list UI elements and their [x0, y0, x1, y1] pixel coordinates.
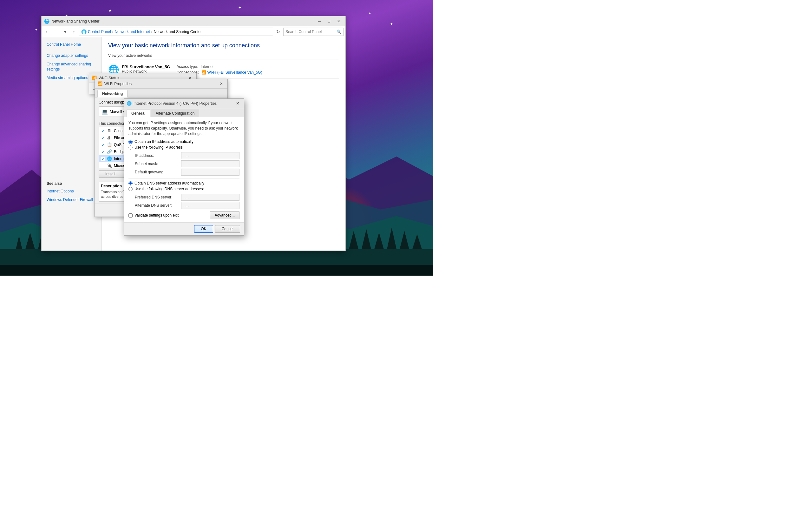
svg-marker-16: [412, 234, 422, 249]
see-also-title: See also: [41, 178, 102, 187]
breadcrumb-control-panel[interactable]: Control Panel: [88, 30, 111, 34]
star: ✦: [368, 11, 371, 16]
install-button[interactable]: Install...: [99, 170, 125, 178]
access-type-value: Internet: [201, 64, 214, 69]
alternate-dns-label: Alternate DNS server:: [135, 202, 179, 209]
auto-ip-row: Obtain an IP address automatically: [128, 139, 239, 144]
manual-ip-label: Use the following IP address:: [135, 145, 184, 150]
back-button[interactable]: ←: [44, 28, 51, 35]
network-name: FBI Surveillance Van_5G: [122, 64, 170, 69]
active-networks-label: View your active networks: [108, 53, 339, 59]
auto-dns-label: Obtain DNS server address automatically: [135, 181, 204, 185]
netadapter-icon: 🔌: [107, 163, 112, 168]
sidebar-item-adapter[interactable]: Change adapter settings: [41, 51, 102, 60]
window-controls: ─ □ ✕: [315, 18, 343, 25]
advanced-button[interactable]: Advanced...: [210, 212, 239, 219]
tab-general[interactable]: General: [126, 110, 150, 117]
minimize-button[interactable]: ─: [315, 18, 324, 25]
sidebar: Control Panel Home Change adapter settin…: [41, 37, 102, 250]
validate-label: Validate settings upon exit: [135, 213, 179, 218]
validate-checkbox[interactable]: [128, 213, 133, 218]
gateway-label: Default gateway:: [135, 169, 179, 175]
star: ✦: [35, 28, 38, 32]
breadcrumb-sep-2: ›: [151, 30, 152, 34]
checkbox-bridge[interactable]: ✓: [101, 150, 105, 154]
svg-marker-13: [374, 233, 384, 249]
dns-radio-group: Obtain DNS server address automatically …: [128, 181, 239, 191]
gateway-input: [181, 169, 239, 175]
access-type-label: Access type:: [176, 64, 198, 69]
ip-fields: IP address: Subnet mask: Default gateway…: [135, 152, 239, 175]
recent-locations-button[interactable]: ▾: [61, 28, 69, 35]
fileprinter-icon: 🖨: [107, 135, 112, 140]
tab-alternate[interactable]: Alternate Configuration: [151, 110, 200, 117]
wifi-props-title: Wi-Fi Properties: [104, 82, 217, 86]
connection-link[interactable]: Wi-Fi (FBI Surveillance Van_5G): [207, 70, 262, 75]
sidebar-item-internet-options[interactable]: Internet Options: [41, 187, 102, 196]
breadcrumb-sep-1: ›: [112, 30, 114, 34]
manual-ip-row: Use the following IP address:: [128, 145, 239, 150]
subnet-input: [181, 160, 239, 167]
tcpip-title-bar: 🌐 Internet Protocol Version 4 (TCP/IPv4)…: [124, 99, 244, 108]
window-title: Network and Sharing Center: [51, 19, 315, 24]
sidebar-item-advanced-sharing[interactable]: Change advanced sharing settings: [41, 60, 102, 74]
network-access: Access type: Internet Connections: 📶 Wi-…: [176, 64, 339, 76]
auto-ip-label: Obtain an IP address automatically: [135, 139, 194, 144]
tcpip-cancel-button[interactable]: Cancel: [215, 225, 240, 233]
tcpip-ok-button[interactable]: OK: [194, 225, 213, 233]
tcpip-tabs: General Alternate Configuration: [124, 108, 244, 117]
validate-row: Validate settings upon exit Advanced...: [128, 212, 239, 219]
bridge-icon: 🔗: [107, 149, 112, 154]
preferred-dns-input: [181, 194, 239, 201]
ipv4-icon: 🌐: [107, 156, 112, 161]
svg-marker-14: [387, 228, 397, 249]
manual-dns-row: Use the following DNS server addresses:: [128, 187, 239, 191]
checkbox-qos[interactable]: ✓: [101, 143, 105, 147]
breadcrumb-icon: 🌐: [81, 29, 87, 34]
tcpip-title: Internet Protocol Version 4 (TCP/IPv4) P…: [134, 101, 234, 106]
auto-ip-radio[interactable]: [128, 140, 133, 144]
title-bar: 🌐 Network and Sharing Center ─ □ ✕: [41, 16, 345, 26]
close-button[interactable]: ✕: [334, 18, 343, 25]
up-button[interactable]: ↑: [70, 28, 78, 35]
star: ★: [109, 8, 112, 13]
refresh-button[interactable]: ↻: [274, 28, 282, 35]
page-title: View your basic network information and …: [108, 42, 339, 49]
tcpip-close[interactable]: ✕: [234, 100, 241, 107]
divider: [128, 178, 239, 179]
window-icon: 🌐: [44, 19, 50, 24]
ip-address-input: [181, 152, 239, 159]
sidebar-item-home[interactable]: Control Panel Home: [41, 40, 102, 49]
wifi-props-icon: 📶: [97, 81, 103, 86]
breadcrumb: 🌐 Control Panel › Network and Internet ›…: [79, 28, 273, 36]
tcpip-body: You can get IP settings assigned automat…: [124, 117, 244, 222]
search-box: 🔍: [283, 28, 344, 36]
manual-dns-radio[interactable]: [128, 187, 133, 191]
client-icon: 🖥: [107, 128, 112, 133]
checkbox-ipv4[interactable]: ✓: [101, 157, 105, 161]
search-input[interactable]: [286, 30, 335, 34]
forward-button[interactable]: →: [52, 28, 60, 35]
tab-networking[interactable]: Networking: [97, 90, 127, 98]
sidebar-item-firewall[interactable]: Windows Defender Firewall: [41, 196, 102, 204]
breadcrumb-network-internet[interactable]: Network and Internet: [115, 30, 150, 34]
manual-ip-radio[interactable]: [128, 145, 133, 150]
desktop: ✦ ★ ✦ ★ ✦ ★ ★ ✦ 🌐 N: [0, 0, 433, 276]
svg-marker-5: [25, 233, 35, 249]
wifi-props-tabs: Networking: [95, 89, 227, 98]
wifi-props-close[interactable]: ✕: [217, 81, 225, 87]
wifi-signal-icon: 📶: [201, 70, 206, 75]
ip-address-label: IP address:: [135, 152, 179, 159]
checkbox-netadapter[interactable]: [101, 164, 105, 168]
checkbox-client[interactable]: ✓: [101, 129, 105, 133]
maximize-button[interactable]: □: [324, 18, 334, 25]
taskbar: [0, 265, 433, 276]
tcpip-icon: 🌐: [126, 101, 132, 106]
qos-icon: 📋: [107, 142, 112, 147]
dns-fields: Preferred DNS server: Alternate DNS serv…: [135, 194, 239, 209]
ip-radio-group: Obtain an IP address automatically Use t…: [128, 139, 239, 150]
preferred-dns-label: Preferred DNS server:: [135, 194, 179, 201]
auto-dns-radio[interactable]: [128, 181, 133, 185]
star: ★: [390, 22, 393, 26]
checkbox-fileprinter[interactable]: ✓: [101, 136, 105, 140]
